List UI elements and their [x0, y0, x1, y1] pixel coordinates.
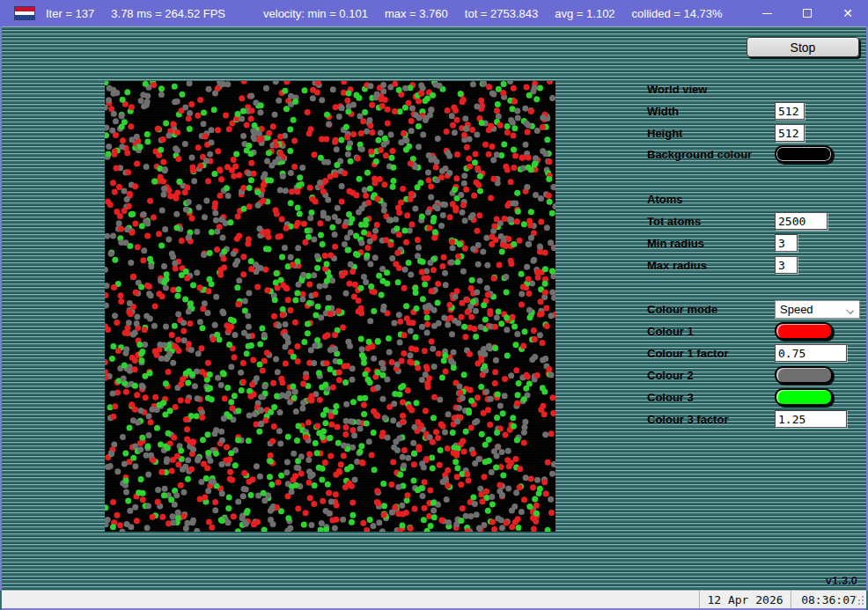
label-colour-1-factor: Colour 1 factor: [647, 347, 728, 360]
section-heading-atoms: Atoms: [647, 193, 682, 206]
main-area: Stop World view Width Height Background …: [0, 26, 868, 591]
colour-1-factor-input[interactable]: [775, 344, 847, 362]
label-colour-mode: Colour mode: [647, 303, 717, 316]
label-colour-2: Colour 2: [647, 369, 694, 382]
max-radius-input[interactable]: [775, 256, 798, 274]
minimize-icon: [762, 13, 772, 14]
maximize-button[interactable]: [787, 0, 828, 26]
stat-iter: Iter = 137: [46, 7, 94, 20]
stat-fps: 3.78 ms = 264.52 FPS: [111, 7, 225, 20]
titlebar: Iter = 137 3.78 ms = 264.52 FPS velocity…: [0, 0, 868, 26]
label-colour-1: Colour 1: [647, 325, 694, 338]
titlebar-stats: Iter = 137 3.78 ms = 264.52 FPS velocity…: [46, 7, 723, 20]
label-max-radius: Max radius: [647, 259, 707, 272]
stat-velocity-min: velocity: min = 0.101: [263, 7, 368, 20]
stat-collided: collided = 14.73%: [632, 7, 723, 20]
label-tot-atoms: Tot atoms: [647, 215, 701, 228]
stat-velocity-tot: tot = 2753.843: [465, 7, 539, 20]
colour-3-factor-input[interactable]: [775, 410, 847, 428]
colour-1-swatch[interactable]: [775, 322, 833, 340]
background-colour-swatch[interactable]: [775, 145, 833, 163]
colour-mode-select[interactable]: Speed: [775, 300, 860, 319]
stat-velocity-max: max = 3.760: [385, 7, 448, 20]
simulation-canvas: [105, 81, 555, 532]
tot-atoms-input[interactable]: [775, 212, 828, 230]
label-height: Height: [647, 127, 682, 140]
statusbar: 12 Apr 2026 08:36:07: [2, 591, 866, 610]
label-colour-3-factor: Colour 3 factor: [647, 413, 728, 426]
height-input[interactable]: [775, 124, 805, 142]
maximize-icon: [803, 9, 812, 18]
colour-3-swatch[interactable]: [775, 388, 833, 406]
close-icon: ✕: [842, 7, 853, 19]
label-background-colour: Background colour: [647, 148, 752, 161]
colour-mode-value: Speed: [780, 303, 813, 316]
stat-velocity-avg: avg = 1.102: [555, 7, 614, 20]
label-width: Width: [647, 105, 679, 118]
width-input[interactable]: [775, 102, 805, 120]
status-date: 12 Apr 2026: [699, 591, 791, 608]
label-colour-3: Colour 3: [647, 391, 694, 404]
label-min-radius: Min radius: [647, 237, 704, 250]
netherlands-flag-icon: [14, 6, 35, 20]
minimize-button[interactable]: [747, 0, 787, 26]
stop-button[interactable]: Stop: [747, 37, 859, 57]
resize-grip-icon[interactable]: [854, 595, 864, 606]
window-controls: ✕: [747, 0, 868, 26]
chevron-down-icon: [846, 306, 854, 314]
version-label: v1.3.0: [826, 574, 857, 587]
min-radius-input[interactable]: [775, 234, 798, 252]
colour-2-swatch[interactable]: [775, 366, 833, 384]
app-window: Iter = 137 3.78 ms = 264.52 FPS velocity…: [0, 0, 868, 610]
section-heading-world-view: World view: [647, 83, 707, 96]
close-button[interactable]: ✕: [828, 0, 868, 26]
